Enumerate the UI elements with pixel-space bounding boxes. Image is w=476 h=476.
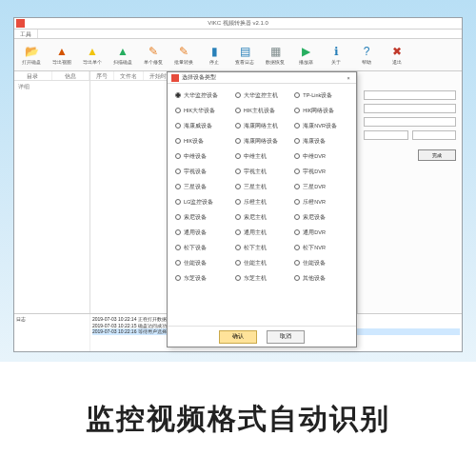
radio-icon bbox=[175, 275, 181, 281]
format-option[interactable]: HIK大华设备 bbox=[175, 105, 229, 116]
dialog-title: 选择设备类型 bbox=[182, 74, 216, 81]
tool-9[interactable]: ▶播放器 bbox=[292, 41, 319, 69]
format-option[interactable]: 东芝设备 bbox=[175, 272, 229, 284]
side-tab-tree[interactable]: 目录 bbox=[14, 71, 52, 80]
option-label: 宇视主机 bbox=[244, 169, 267, 175]
tool-12[interactable]: ✖退出 bbox=[384, 41, 410, 69]
format-option[interactable]: 乐橙NVR bbox=[294, 196, 348, 208]
radio-icon bbox=[294, 229, 300, 235]
option-label: 佳能设备 bbox=[303, 260, 326, 267]
format-option[interactable]: 索尼设备 bbox=[175, 211, 229, 223]
app-icon bbox=[16, 19, 25, 28]
format-option[interactable]: 海康设备 bbox=[294, 135, 348, 147]
format-option[interactable]: 三星DVR bbox=[294, 181, 348, 192]
format-option[interactable]: 东芝主机 bbox=[235, 272, 289, 284]
format-option[interactable]: 通用主机 bbox=[235, 227, 289, 238]
format-option[interactable]: 索尼主机 bbox=[235, 211, 289, 223]
radio-icon bbox=[294, 199, 300, 205]
tool-2[interactable]: ▲导出单个 bbox=[79, 41, 106, 69]
field-2[interactable] bbox=[364, 104, 456, 113]
format-option[interactable]: 中维DVR bbox=[294, 150, 348, 162]
tool-10[interactable]: ℹ关于 bbox=[323, 41, 349, 69]
format-option[interactable]: HIK网络设备 bbox=[294, 105, 348, 116]
tool-0[interactable]: 📂打开磁盘 bbox=[18, 41, 45, 69]
tool-label: 播放器 bbox=[299, 60, 313, 66]
format-option[interactable]: 佳能设备 bbox=[175, 257, 229, 268]
format-option[interactable]: HIK设备 bbox=[175, 135, 229, 147]
format-option[interactable]: 通用设备 bbox=[175, 227, 229, 238]
format-option[interactable]: 宇视设备 bbox=[175, 166, 229, 177]
tool-5[interactable]: ✎批量转换 bbox=[170, 41, 197, 69]
tool-6[interactable]: ▮停止 bbox=[201, 41, 228, 69]
field-4b[interactable] bbox=[412, 130, 457, 140]
option-label: 海康NVR设备 bbox=[303, 123, 337, 129]
field-3[interactable] bbox=[364, 117, 456, 127]
option-label: 乐橙主机 bbox=[244, 199, 267, 206]
format-option[interactable]: 三星主机 bbox=[235, 181, 289, 192]
format-option[interactable]: 其他设备 bbox=[294, 272, 348, 284]
option-label: TP-Link设备 bbox=[303, 92, 332, 99]
format-option[interactable]: 松下NVR bbox=[294, 242, 348, 253]
option-label: 中维主机 bbox=[244, 153, 267, 160]
option-label: 中维DVR bbox=[303, 153, 326, 160]
tool-4[interactable]: ✎单个修复 bbox=[140, 41, 167, 69]
format-option[interactable]: 松下设备 bbox=[175, 242, 229, 253]
format-option[interactable]: 中维主机 bbox=[235, 150, 289, 162]
format-option[interactable]: 通用DVR bbox=[294, 227, 348, 238]
format-option[interactable]: 索尼设备 bbox=[294, 211, 348, 223]
radio-icon bbox=[175, 229, 181, 235]
option-label: 大华监控设备 bbox=[184, 92, 218, 99]
radio-icon bbox=[294, 92, 300, 98]
tool-label: 关于 bbox=[331, 60, 341, 66]
option-label: 三星DVR bbox=[303, 184, 326, 190]
radio-icon bbox=[294, 260, 300, 266]
radio-icon bbox=[235, 245, 241, 250]
format-option[interactable]: 大华监控设备 bbox=[175, 89, 229, 101]
option-label: 佳能设备 bbox=[184, 260, 207, 267]
format-option[interactable]: 乐橙主机 bbox=[235, 196, 289, 208]
tool-label: 打开磁盘 bbox=[22, 60, 41, 66]
format-option[interactable]: 海康网络设备 bbox=[235, 135, 289, 147]
radio-icon bbox=[294, 275, 300, 281]
format-option[interactable]: 中维设备 bbox=[175, 150, 229, 162]
format-option[interactable]: LG监控设备 bbox=[175, 196, 229, 208]
format-option[interactable]: 松下主机 bbox=[235, 242, 289, 253]
option-label: 东芝设备 bbox=[184, 275, 207, 282]
tool-3[interactable]: ▲扫描磁盘 bbox=[109, 41, 136, 69]
tool-icon: ▲ bbox=[54, 44, 69, 59]
close-icon[interactable]: × bbox=[343, 72, 354, 84]
field-4a[interactable] bbox=[364, 130, 408, 140]
tool-11[interactable]: ?帮助 bbox=[353, 41, 380, 69]
titlebar: VIKC 视频转换器 v2.1.0 bbox=[14, 18, 462, 30]
format-option[interactable]: HIK主机设备 bbox=[235, 105, 289, 116]
format-option[interactable]: 佳能主机 bbox=[235, 257, 289, 268]
cancel-button[interactable]: 取消 bbox=[267, 330, 305, 344]
format-option[interactable]: 佳能设备 bbox=[294, 257, 348, 268]
format-option[interactable]: 海康网络主机 bbox=[235, 120, 289, 131]
format-dialog: 选择设备类型 × 大华监控设备大华监控主机TP-Link设备HIK大华设备HIK… bbox=[167, 71, 357, 347]
option-label: 三星设备 bbox=[184, 184, 207, 190]
option-label: 松下设备 bbox=[184, 245, 207, 251]
tool-1[interactable]: ▲导出视图 bbox=[49, 41, 75, 69]
format-option[interactable]: 宇视主机 bbox=[235, 166, 289, 177]
format-option[interactable]: 大华监控主机 bbox=[235, 89, 289, 101]
tool-icon: ▲ bbox=[85, 44, 100, 59]
col-filename: 文件名 bbox=[114, 71, 144, 80]
tool-8[interactable]: ▦数据恢复 bbox=[262, 41, 288, 69]
side-tab-info[interactable]: 信息 bbox=[52, 71, 90, 80]
format-option[interactable]: 宇视DVR bbox=[294, 166, 348, 177]
field-1[interactable] bbox=[364, 90, 456, 100]
option-label: 大华监控主机 bbox=[244, 92, 278, 99]
ok-button[interactable]: 确认 bbox=[219, 330, 257, 344]
format-option[interactable]: TP-Link设备 bbox=[294, 89, 348, 101]
radio-icon bbox=[175, 92, 181, 98]
format-option[interactable]: 三星设备 bbox=[175, 181, 229, 192]
tab-tools[interactable]: 工具 bbox=[14, 30, 38, 38]
format-option[interactable]: 海康NVR设备 bbox=[294, 120, 348, 131]
radio-icon bbox=[294, 169, 300, 174]
app-window: VIKC 视频转换器 v2.1.0 工具 📂打开磁盘▲导出视图▲导出单个▲扫描磁… bbox=[13, 17, 463, 352]
tool-7[interactable]: ▤查看日志 bbox=[231, 41, 258, 69]
caption: 监控视频格式自动识别 bbox=[0, 362, 476, 476]
format-option[interactable]: 海康威设备 bbox=[175, 120, 229, 131]
apply-button[interactable]: 完成 bbox=[418, 149, 456, 161]
